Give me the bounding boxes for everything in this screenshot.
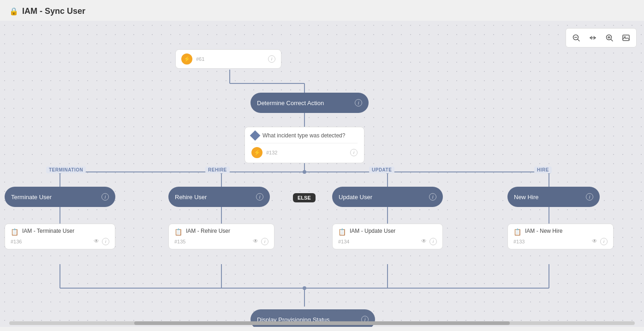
subprocess-rehire-eye-icon[interactable]: 👁 bbox=[253, 238, 258, 245]
subprocess-terminate-title: IAM - Terminate User bbox=[22, 228, 74, 234]
connectors-svg bbox=[0, 21, 644, 327]
else-badge: ELSE bbox=[293, 193, 316, 202]
subprocess-new-hire-icon: 📋 bbox=[513, 228, 521, 236]
decision-lightning-icon: ⚡ bbox=[251, 147, 262, 158]
lightning-icon: ⚡ bbox=[181, 53, 192, 65]
subprocess-rehire-icon: 📋 bbox=[174, 228, 182, 236]
fit-button[interactable] bbox=[585, 30, 600, 45]
svg-line-35 bbox=[611, 40, 613, 41]
subprocess-rehire-id: #135 bbox=[174, 239, 185, 244]
subprocess-terminate[interactable]: 📋 IAM - Terminate User #136 👁 i bbox=[5, 224, 115, 249]
horizontal-scrollbar[interactable] bbox=[9, 321, 635, 325]
zoom-in-button[interactable] bbox=[569, 30, 584, 45]
subprocess-rehire-info-icon[interactable]: i bbox=[261, 238, 268, 245]
page-header: 🔒 IAM - Sync User bbox=[0, 0, 644, 21]
lock-icon: 🔒 bbox=[9, 7, 18, 16]
subprocess-new-hire[interactable]: 📋 IAM - New Hire #133 👁 i bbox=[507, 224, 614, 249]
zoom-out-button[interactable] bbox=[602, 30, 617, 45]
branch-rehire: REHIRE bbox=[205, 166, 230, 173]
determine-action-info-icon[interactable]: i bbox=[355, 99, 362, 106]
subprocess-update-icon: 📋 bbox=[338, 228, 346, 236]
update-user-info-icon[interactable]: i bbox=[429, 193, 436, 201]
subprocess-update-info-icon[interactable]: i bbox=[429, 238, 437, 245]
terminate-user-label: Terminate User bbox=[11, 194, 52, 201]
rehire-user-node[interactable]: Rehire User i bbox=[168, 187, 270, 207]
subprocess-update[interactable]: 📋 IAM - Update User #134 👁 i bbox=[332, 224, 443, 249]
terminate-user-node[interactable]: Terminate User i bbox=[5, 187, 115, 207]
new-hire-info-icon[interactable]: i bbox=[586, 193, 593, 201]
trigger-info-icon[interactable]: i bbox=[268, 55, 275, 63]
subprocess-new-hire-eye-icon[interactable]: 👁 bbox=[592, 238, 597, 245]
update-user-node[interactable]: Update User i bbox=[332, 187, 443, 207]
rehire-user-info-icon[interactable]: i bbox=[256, 193, 263, 201]
svg-line-31 bbox=[578, 40, 580, 41]
new-hire-node[interactable]: New Hire i bbox=[507, 187, 600, 207]
terminate-user-info-icon[interactable]: i bbox=[101, 193, 109, 201]
svg-point-24 bbox=[303, 170, 306, 174]
subprocess-update-title: IAM - Update User bbox=[350, 228, 395, 234]
subprocess-new-hire-info-icon[interactable]: i bbox=[600, 238, 608, 245]
determine-action-label: Determine Correct Action bbox=[257, 100, 324, 106]
image-export-button[interactable] bbox=[619, 30, 633, 45]
subprocess-terminate-id: #136 bbox=[11, 239, 22, 244]
scrollbar-thumb[interactable] bbox=[134, 321, 510, 325]
determine-action-node[interactable]: Determine Correct Action i bbox=[250, 93, 369, 113]
subprocess-rehire-title: IAM - Rehire User bbox=[186, 228, 230, 234]
svg-rect-38 bbox=[623, 35, 629, 41]
subprocess-update-eye-icon[interactable]: 👁 bbox=[421, 238, 427, 245]
subprocess-new-hire-title: IAM - New Hire bbox=[525, 228, 562, 234]
subprocess-terminate-icon: 📋 bbox=[11, 228, 18, 236]
svg-point-25 bbox=[303, 286, 306, 290]
rehire-user-label: Rehire User bbox=[175, 194, 207, 201]
subprocess-update-id: #134 bbox=[338, 239, 349, 244]
branch-hire: HIRE bbox=[534, 166, 552, 173]
trigger-id: #61 bbox=[196, 56, 204, 62]
trigger-card[interactable]: ⚡ #61 i bbox=[175, 49, 281, 69]
subprocess-terminate-info-icon[interactable]: i bbox=[102, 238, 109, 245]
branch-update: UPDATE bbox=[369, 166, 394, 173]
decision-question-text: What incident type was detected? bbox=[262, 132, 345, 139]
toolbar bbox=[566, 28, 637, 47]
subprocess-terminate-eye-icon[interactable]: 👁 bbox=[94, 238, 99, 245]
page-title: IAM - Sync User bbox=[22, 6, 85, 16]
decision-box: What incident type was detected? ⚡ #132 … bbox=[244, 127, 364, 163]
subprocess-rehire[interactable]: 📋 IAM - Rehire User #135 👁 i bbox=[168, 224, 274, 249]
subprocess-new-hire-id: #133 bbox=[513, 239, 525, 244]
canvas-area: ⚡ #61 i Determine Correct Action i What … bbox=[0, 21, 644, 327]
update-user-label: Update User bbox=[339, 194, 372, 201]
new-hire-label: New Hire bbox=[514, 194, 538, 201]
diamond-icon bbox=[251, 132, 259, 139]
branch-termination: TERMINATION bbox=[46, 166, 86, 173]
decision-info-icon[interactable]: i bbox=[350, 149, 358, 156]
decision-id: #132 bbox=[266, 150, 277, 155]
